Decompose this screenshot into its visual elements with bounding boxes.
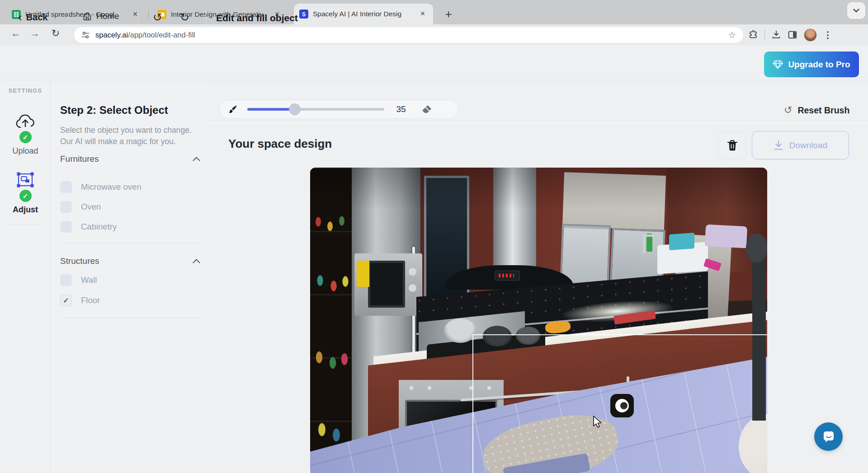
home-icon bbox=[82, 11, 92, 21]
browser-menu-icon[interactable]: ⋮ bbox=[823, 29, 832, 40]
tab-spacely-active[interactable]: S Spacely AI | AI Interior Desig × bbox=[294, 4, 433, 24]
tab-separator bbox=[148, 10, 149, 19]
extensions-icon[interactable] bbox=[748, 30, 758, 40]
site-settings-icon[interactable] bbox=[81, 31, 90, 39]
reset-icon: ↺ bbox=[784, 104, 792, 116]
app-header bbox=[0, 45, 868, 80]
adjust-selection-icon bbox=[16, 172, 34, 188]
browser-tab-strip: Untitled spreadsheet - Googl × Interior … bbox=[0, 0, 868, 24]
trash-icon bbox=[727, 140, 738, 151]
back-nav-icon[interactable]: ← bbox=[8, 28, 24, 39]
download-icon bbox=[774, 140, 783, 151]
tab-label: Spacely AI | AI Interior Desig bbox=[313, 10, 413, 18]
adjust-complete-check: ✓ bbox=[19, 190, 32, 202]
checkbox-row-oven[interactable]: Oven bbox=[60, 201, 101, 213]
checkbox-row-floor[interactable]: ✓ Floor bbox=[60, 295, 100, 306]
header-divider bbox=[68, 11, 68, 24]
checkbox[interactable] bbox=[60, 201, 72, 213]
upload-label: Upload bbox=[12, 146, 38, 156]
design-canvas-kitchen-photo[interactable] bbox=[310, 168, 767, 473]
brush-icon bbox=[227, 104, 238, 115]
checkbox-label: Floor bbox=[81, 295, 100, 305]
download-button[interactable]: Download bbox=[752, 131, 849, 159]
url-text: spacely.ai/app/tool/edit-and-fill bbox=[95, 31, 195, 39]
select-object-panel: Step 2: Select Object Select the object … bbox=[51, 80, 209, 473]
section-furnitures[interactable]: Furnitures bbox=[60, 154, 200, 164]
checkbox-row-microwave-oven[interactable]: Microwave oven bbox=[60, 181, 142, 193]
downloads-icon[interactable] bbox=[771, 30, 781, 40]
side-panel-icon[interactable] bbox=[788, 30, 797, 40]
forward-nav-icon[interactable]: → bbox=[27, 28, 42, 39]
checkbox-label: Wall bbox=[81, 275, 97, 285]
chat-bubble-icon bbox=[822, 430, 835, 444]
brush-indicator-chip bbox=[610, 394, 634, 417]
undo-icon[interactable]: ↺ bbox=[153, 11, 162, 24]
chevron-up-icon bbox=[193, 157, 200, 161]
slider-fill bbox=[247, 108, 295, 111]
chevron-up-icon bbox=[193, 259, 200, 263]
profile-avatar[interactable] bbox=[804, 28, 817, 42]
upgrade-to-pro-button[interactable]: Upgrade to Pro bbox=[764, 52, 859, 77]
panel-divider bbox=[60, 243, 201, 244]
home-label: Home bbox=[96, 11, 119, 21]
checkbox-row-cabinetry[interactable]: Cabinetry bbox=[60, 221, 117, 233]
tab-search-chevron-button[interactable] bbox=[847, 2, 865, 19]
step-title: Step 2: Select Object bbox=[60, 104, 168, 117]
new-tab-button[interactable]: + bbox=[440, 6, 457, 23]
svg-text:S: S bbox=[302, 11, 306, 18]
mouse-cursor-icon bbox=[591, 415, 603, 429]
section-structures[interactable]: Structures bbox=[60, 256, 200, 266]
reload-icon[interactable]: ↻ bbox=[48, 28, 63, 39]
eraser-icon[interactable] bbox=[421, 103, 433, 115]
delete-design-button[interactable] bbox=[718, 131, 746, 159]
cloud-upload-icon bbox=[15, 114, 36, 129]
reset-brush-button[interactable]: ↺ Reset Brush bbox=[784, 104, 849, 116]
spacely-favicon: S bbox=[299, 9, 308, 19]
back-label: Back bbox=[26, 12, 48, 23]
close-icon[interactable]: × bbox=[130, 9, 140, 19]
rail-step-adjust[interactable]: ✓ Adjust bbox=[0, 172, 51, 215]
reset-brush-label: Reset Brush bbox=[797, 105, 849, 116]
back-chevron-icon: ‹ bbox=[18, 11, 22, 23]
checkbox[interactable] bbox=[60, 274, 72, 286]
space-design-heading: Your space design bbox=[228, 137, 332, 151]
checkbox-label: Cabinetry bbox=[81, 222, 117, 232]
toolbar-divider bbox=[210, 123, 868, 124]
panel-divider bbox=[60, 318, 201, 318]
upgrade-label: Upgrade to Pro bbox=[788, 60, 850, 70]
checkbox-checked[interactable]: ✓ bbox=[60, 295, 72, 306]
header-divider bbox=[206, 11, 206, 24]
brush-size-value: 35 bbox=[390, 104, 412, 114]
redo-icon[interactable]: ↻ bbox=[180, 11, 189, 24]
chevron-down-icon bbox=[853, 9, 859, 13]
header-divider bbox=[138, 11, 138, 24]
close-icon[interactable]: × bbox=[418, 9, 428, 19]
rail-step-upload[interactable]: ✓ Upload bbox=[0, 114, 51, 156]
page-title: Edit and fill object bbox=[216, 13, 298, 23]
checkbox-label: Oven bbox=[81, 202, 101, 212]
upload-complete-check: ✓ bbox=[19, 131, 32, 143]
checkbox-label: Microwave oven bbox=[81, 182, 142, 192]
rail-divider bbox=[9, 225, 38, 225]
address-bar[interactable]: spacely.ai/app/tool/edit-and-fill ☆ bbox=[74, 27, 743, 43]
bookmark-star-icon[interactable]: ☆ bbox=[728, 30, 736, 40]
download-label: Download bbox=[789, 140, 828, 150]
brush-size-slider[interactable] bbox=[247, 108, 384, 111]
checkbox[interactable] bbox=[60, 181, 72, 193]
gem-icon bbox=[773, 60, 783, 69]
home-button[interactable]: Home bbox=[82, 11, 119, 21]
back-button[interactable]: ‹ Back bbox=[18, 11, 47, 23]
section-label: Furnitures bbox=[60, 154, 99, 164]
settings-heading: SETTINGS bbox=[0, 87, 51, 94]
section-label: Structures bbox=[60, 256, 99, 266]
brush-indicator-ring bbox=[615, 399, 629, 412]
browser-actions: ⋮ bbox=[748, 24, 832, 45]
checkbox-row-wall[interactable]: Wall bbox=[60, 274, 97, 286]
slider-thumb[interactable] bbox=[289, 103, 301, 115]
toolbar-separator bbox=[764, 30, 765, 40]
adjust-label: Adjust bbox=[13, 205, 38, 215]
chat-launcher-button[interactable] bbox=[814, 422, 843, 451]
step-description: Select the object you want to change. Ou… bbox=[60, 125, 198, 148]
checkbox[interactable] bbox=[60, 221, 72, 233]
